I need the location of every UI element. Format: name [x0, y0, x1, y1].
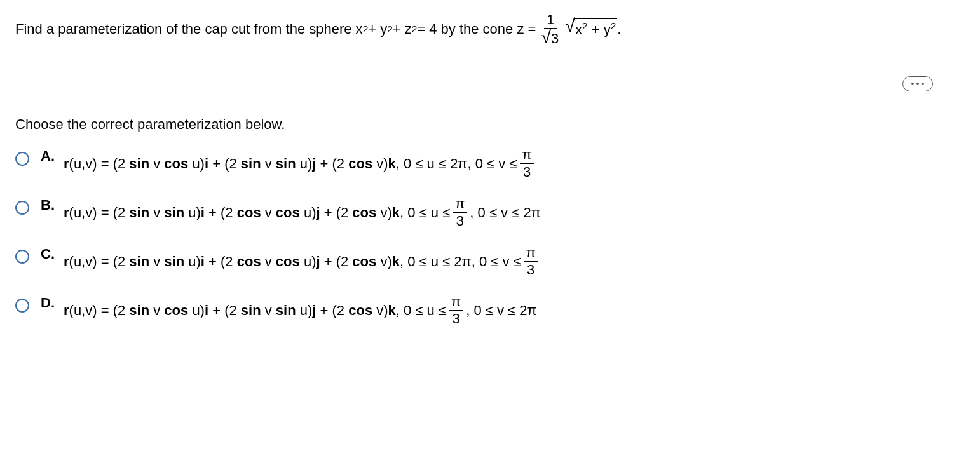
frac-b: π 3 — [453, 197, 467, 228]
option-a: A. r(u,v) = (2 sin v cos u)i + (2 sin v … — [15, 148, 965, 179]
radio-c[interactable] — [15, 250, 29, 264]
section-divider — [15, 84, 965, 84]
frac-d: π 3 — [449, 295, 463, 326]
option-b: B. r(u,v) = (2 sin v sin u)i + (2 cos v … — [15, 197, 965, 228]
option-d: D. r(u,v) = (2 sin v cos u)i + (2 sin v … — [15, 295, 965, 326]
option-text-b: r(u,v) = (2 sin v sin u)i + (2 cos v cos… — [64, 197, 541, 228]
sqrt-xy: √ x2 + y2 — [565, 18, 617, 40]
option-letter-c: C. — [41, 246, 56, 262]
option-letter-a: A. — [41, 148, 56, 165]
question-part2: + y — [368, 20, 387, 39]
question-text: Find a parameterization of the cap cut f… — [15, 13, 965, 46]
radio-d[interactable] — [15, 299, 29, 313]
option-letter-d: D. — [41, 295, 56, 311]
sqrt-3: √ 3 — [541, 30, 560, 46]
frac-c: π 3 — [524, 246, 538, 277]
question-part4: = 4 by the cone z = — [417, 20, 536, 39]
sqrt-content-xy: x2 + y2 — [574, 18, 617, 40]
sqrt-content: 3 — [550, 30, 560, 46]
question-period: . — [617, 20, 621, 39]
option-letter-b: B. — [41, 197, 56, 213]
instruction-text: Choose the correct parameterization belo… — [15, 116, 965, 133]
question-part1: Find a parameterization of the cap cut f… — [15, 20, 363, 39]
radio-a[interactable] — [15, 152, 29, 166]
cone-fraction: 1 √ 3 — [538, 13, 562, 46]
option-text-c: r(u,v) = (2 sin v sin u)i + (2 cos v cos… — [64, 246, 541, 277]
frac-a: π 3 — [520, 148, 534, 179]
frac-den: √ 3 — [538, 29, 562, 46]
options-list: A. r(u,v) = (2 sin v cos u)i + (2 sin v … — [15, 148, 965, 326]
more-options-button[interactable] — [902, 76, 933, 91]
option-c: C. r(u,v) = (2 sin v sin u)i + (2 cos v … — [15, 246, 965, 277]
option-text-d: r(u,v) = (2 sin v cos u)i + (2 sin v sin… — [64, 295, 537, 326]
option-text-a: r(u,v) = (2 sin v cos u)i + (2 sin v sin… — [64, 148, 537, 179]
question-part3: + z — [393, 20, 412, 39]
radio-b[interactable] — [15, 201, 29, 215]
